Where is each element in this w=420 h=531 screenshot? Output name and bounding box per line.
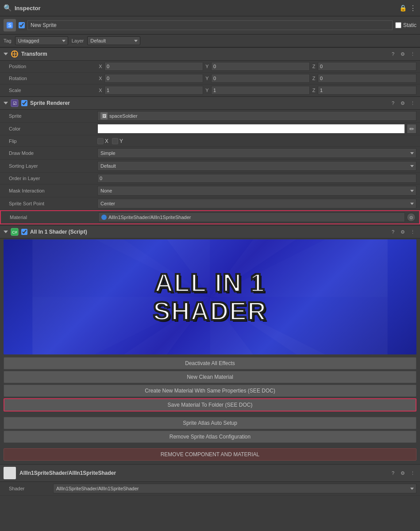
- scale-y-input[interactable]: [211, 86, 310, 95]
- draw-mode-label: Draw Mode: [9, 150, 97, 156]
- material-bottom-menu-icon[interactable]: ⋮: [408, 469, 416, 477]
- material-value: AllIn1SpriteShader/AllIn1SpriteShader: [108, 215, 191, 220]
- color-picker[interactable]: [97, 124, 405, 134]
- material-bottom-help-icon[interactable]: ?: [389, 469, 397, 477]
- shader-settings-icon[interactable]: ⚙: [399, 228, 407, 236]
- sprite-renderer-menu-icon[interactable]: ⋮: [408, 99, 416, 107]
- material-dot-icon: [101, 215, 107, 220]
- shader-label: Shader: [9, 486, 53, 491]
- pos-z-field: Z: [311, 62, 416, 71]
- sprite-renderer-settings-icon[interactable]: ⚙: [399, 99, 407, 107]
- material-field[interactable]: AllIn1SpriteShader/AllIn1SpriteShader: [98, 212, 405, 222]
- sprite-sort-point-row: Sprite Sort Point Center: [0, 197, 420, 210]
- sorting-layer-label: Sorting Layer: [9, 163, 97, 169]
- pos-x-label: X: [97, 64, 104, 69]
- tag-select[interactable]: Untagged: [15, 36, 68, 45]
- pos-y-input[interactable]: [211, 62, 310, 71]
- transform-section-header[interactable]: Transform ? ⚙ ⋮: [0, 47, 420, 61]
- scale-label: Scale: [9, 88, 97, 93]
- lock-icon[interactable]: 🔒: [399, 4, 407, 12]
- flip-label: Flip: [9, 139, 97, 144]
- pos-z-label: Z: [311, 64, 317, 69]
- transform-help-icon[interactable]: ?: [389, 50, 397, 58]
- material-select-button[interactable]: ⊙: [407, 213, 416, 222]
- rot-x-input[interactable]: [104, 74, 203, 83]
- draw-mode-select[interactable]: Simple: [97, 148, 416, 158]
- remove-atlas-button[interactable]: Remove Sprite Atlas Configuration: [4, 431, 416, 443]
- shader-banner-section: ALL IN 1 SHADER: [0, 239, 420, 354]
- order-in-layer-label: Order in Layer: [9, 176, 97, 181]
- scale-z-input[interactable]: [318, 86, 416, 95]
- remove-component-button[interactable]: REMOVE COMPONENT AND MATERIAL: [4, 448, 416, 461]
- flip-row: Flip X Y: [0, 135, 420, 147]
- color-edit-button[interactable]: ✏: [407, 124, 416, 134]
- object-name-input[interactable]: [27, 20, 393, 30]
- material-bottom-section: AllIn1SpriteShader/AllIn1SpriteShader ? …: [0, 464, 420, 496]
- flip-x-label: X: [105, 138, 108, 144]
- mask-interaction-label: Mask Interaction: [9, 188, 97, 193]
- draw-mode-row: Draw Mode Simple: [0, 147, 420, 160]
- scale-x-input[interactable]: [104, 86, 203, 95]
- flip-y-label: Y: [119, 138, 123, 144]
- pos-x-input[interactable]: [104, 62, 203, 71]
- rot-x-label: X: [97, 76, 104, 81]
- shader-script-title: All In 1 Shader (Script): [30, 229, 87, 235]
- layer-label: Layer: [72, 38, 84, 43]
- object-active-checkbox[interactable]: [19, 22, 25, 28]
- sorting-layer-row: Sorting Layer Default: [0, 160, 420, 173]
- rot-z-input[interactable]: [318, 74, 416, 83]
- transform-menu-icon[interactable]: ⋮: [408, 50, 416, 58]
- order-in-layer-input[interactable]: [97, 174, 416, 183]
- shader-script-active[interactable]: [21, 229, 27, 235]
- color-label: Color: [9, 126, 97, 131]
- shader-script-checkbox[interactable]: [21, 229, 27, 235]
- create-material-props-button[interactable]: Create New Material With Same Properties…: [4, 385, 416, 397]
- static-checkbox[interactable]: Static: [395, 22, 416, 28]
- sprite-value: spaceSoldier: [109, 113, 138, 119]
- deactivate-effects-button[interactable]: Deactivate All Effects: [4, 357, 416, 369]
- flip-y-checkbox[interactable]: Y: [112, 138, 123, 144]
- sorting-layer-select[interactable]: Default: [97, 161, 416, 171]
- shader-script-section-header[interactable]: C# All In 1 Shader (Script) ? ⚙ ⋮: [0, 225, 420, 239]
- transform-chevron: [4, 53, 8, 55]
- shader-buttons-area: Deactivate All Effects New Clean Materia…: [0, 355, 420, 461]
- inspector-header: 🔍 Inspector 🔒 ⋮: [0, 0, 420, 16]
- shader-banner: ALL IN 1 SHADER: [4, 239, 416, 354]
- mask-interaction-select[interactable]: None: [97, 186, 416, 196]
- sprite-renderer-help-icon[interactable]: ?: [389, 99, 397, 107]
- shader-chevron: [4, 231, 8, 233]
- static-label: Static: [403, 22, 416, 28]
- sprite-field[interactable]: 🖼 spaceSoldier: [97, 111, 416, 121]
- new-clean-material-button[interactable]: New Clean Material: [4, 371, 416, 383]
- tag-layer-row: Tag Untagged Layer Default: [0, 35, 420, 47]
- rot-y-input[interactable]: [211, 74, 310, 83]
- rotation-row: Rotation X Y Z: [0, 73, 420, 85]
- shader-help-icon[interactable]: ?: [389, 228, 397, 236]
- object-icon: S: [4, 19, 16, 31]
- sprite-atlas-button[interactable]: Sprite Atlas Auto Setup: [4, 417, 416, 429]
- static-checkbox-input[interactable]: [395, 22, 401, 28]
- material-bottom-settings-icon[interactable]: ⚙: [399, 469, 407, 477]
- inspector-icon: 🔍: [4, 4, 12, 12]
- sprite-renderer-checkbox[interactable]: [21, 100, 27, 106]
- material-bottom-title: AllIn1SpriteShader/AllIn1SpriteShader: [19, 470, 116, 476]
- pos-y-label: Y: [204, 64, 210, 69]
- sprite-renderer-active[interactable]: [21, 100, 27, 106]
- save-material-button[interactable]: Save Material To Folder (SEE DOC): [4, 398, 416, 412]
- material-bottom-header: AllIn1SpriteShader/AllIn1SpriteShader ? …: [0, 465, 420, 482]
- color-row: Color ✏: [0, 123, 420, 135]
- shader-select[interactable]: AllIn1SpriteShader/AllIn1SpriteShader: [53, 484, 416, 493]
- flip-x-checkbox[interactable]: X: [97, 138, 108, 144]
- transform-settings-icon[interactable]: ⚙: [399, 50, 407, 58]
- pos-z-input[interactable]: [318, 62, 416, 71]
- menu-icon[interactable]: ⋮: [409, 4, 416, 12]
- sprite-thumbnail: 🖼: [100, 112, 108, 119]
- sprite-sort-point-select[interactable]: Center: [97, 199, 416, 208]
- shader-menu-icon[interactable]: ⋮: [408, 228, 416, 236]
- sprite-renderer-section-header[interactable]: ☑ Sprite Renderer ? ⚙ ⋮: [0, 96, 420, 110]
- active-checkbox-input[interactable]: [19, 22, 25, 28]
- spacer-1: [4, 413, 416, 416]
- material-bottom-icon: [4, 467, 16, 479]
- order-in-layer-row: Order in Layer: [0, 173, 420, 185]
- layer-select[interactable]: Default: [87, 36, 140, 45]
